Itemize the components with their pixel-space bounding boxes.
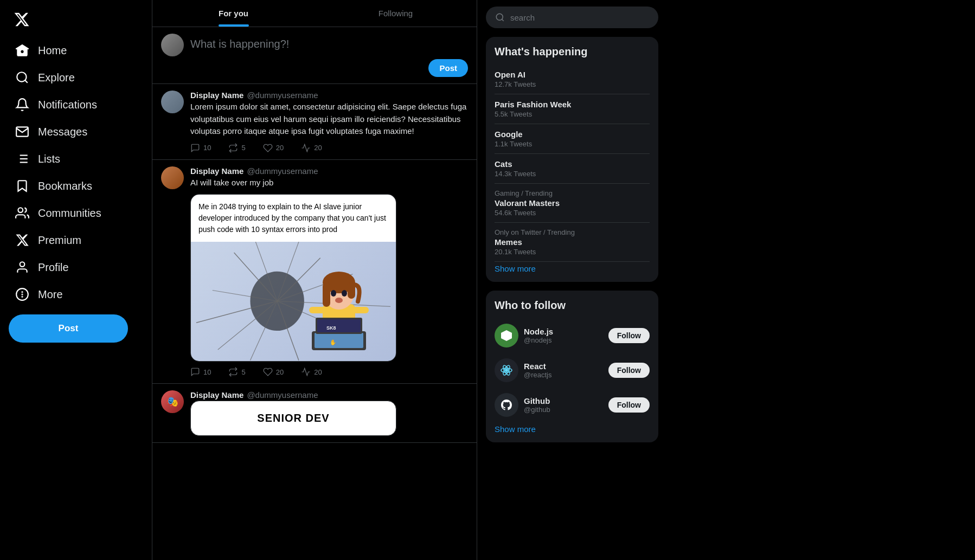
who-to-follow-show-more[interactable]: Show more — [495, 424, 650, 434]
trend-open-ai[interactable]: Open AI 12.7k Tweets — [495, 65, 650, 94]
tweet-3-image-text: SENIOR DEV — [202, 412, 385, 424]
tweet-2-image-visual: SK8 ✋ — [191, 242, 396, 361]
list-icon — [15, 152, 29, 166]
tweet-3-name: Display Name — [190, 390, 243, 400]
tweet-2-views[interactable]: 20 — [301, 367, 322, 377]
sidebar-item-premium[interactable]: Premium — [7, 227, 145, 254]
follow-github: Github @github Follow — [495, 388, 650, 422]
explore-icon — [15, 70, 29, 85]
sidebar-item-profile[interactable]: Profile — [7, 254, 145, 281]
who-to-follow-widget: Who to follow Node.js @nodejs Follow Rea… — [486, 291, 658, 442]
tweet-1-retweet[interactable]: 5 — [228, 143, 245, 153]
follow-github-name: Github — [524, 396, 603, 405]
tweet-2-image-text: Me in 2048 trying to explain to the AI s… — [191, 195, 396, 242]
premium-twitter-icon — [15, 233, 29, 247]
svg-point-46 — [496, 14, 503, 20]
bell-icon — [15, 98, 29, 112]
search-input[interactable] — [510, 13, 649, 22]
more-icon — [15, 287, 29, 301]
tweet-1-handle: @dummyusername — [247, 91, 318, 100]
sidebar-item-lists-label: Lists — [38, 153, 60, 165]
follow-nodejs-button[interactable]: Follow — [608, 328, 650, 343]
twitter-logo[interactable] — [9, 7, 35, 33]
tweet-1-name: Display Name — [190, 91, 243, 100]
tweet-1[interactable]: Display Name @dummyusername Lorem ipsum … — [152, 84, 477, 160]
tweet-1-like-count: 20 — [276, 144, 284, 152]
tweet-2-comment[interactable]: 10 — [190, 367, 211, 377]
svg-point-11 — [22, 292, 22, 292]
trend-google-count: 1.1k Tweets — [495, 140, 650, 148]
tweet-2-like[interactable]: 20 — [263, 367, 284, 377]
compose-placeholder[interactable]: What is happening?! — [190, 34, 468, 55]
tweet-2[interactable]: Display Name @dummyusername AI will take… — [152, 160, 477, 384]
sidebar-item-home-label: Home — [38, 44, 67, 57]
who-to-follow-title: Who to follow — [495, 299, 650, 312]
svg-point-35 — [331, 290, 336, 297]
sidebar-item-explore[interactable]: Explore — [7, 64, 145, 91]
trend-valorant-name: Valorant Masters — [495, 198, 650, 208]
svg-point-8 — [18, 208, 23, 213]
trend-valorant[interactable]: Gaming / Trending Valorant Masters 54.6k… — [495, 184, 650, 223]
svg-rect-39 — [352, 307, 369, 313]
trend-paris-fashion-count: 5.5k Tweets — [495, 110, 650, 118]
tweet-1-comment-count: 10 — [203, 144, 211, 152]
search-icon — [495, 12, 505, 22]
follow-react-name: React — [524, 362, 603, 371]
whats-happening-show-more[interactable]: Show more — [495, 264, 650, 273]
tweet-3-avatar: 🎭 — [161, 390, 184, 413]
trend-valorant-count: 54.6k Tweets — [495, 209, 650, 217]
follow-react-button[interactable]: Follow — [608, 363, 650, 378]
svg-rect-43 — [317, 319, 361, 332]
sidebar-item-profile-label: Profile — [38, 261, 69, 274]
sidebar-item-messages[interactable]: Messages — [7, 118, 145, 145]
tweet-2-image: Me in 2048 trying to explain to the AI s… — [190, 194, 396, 362]
tweet-3[interactable]: 🎭 Display Name @dummyusername SENIOR DEV — [152, 384, 477, 443]
follow-github-button[interactable]: Follow — [608, 397, 650, 413]
sidebar-item-bookmarks-label: Bookmarks — [38, 180, 92, 192]
tweet-1-views[interactable]: 20 — [301, 143, 322, 153]
follow-nodejs-name: Node.js — [524, 327, 603, 336]
trend-memes-count: 20.1k Tweets — [495, 248, 650, 256]
trend-open-ai-count: 12.7k Tweets — [495, 80, 650, 88]
tweet-1-comment[interactable]: 10 — [190, 143, 211, 153]
compose-post-button[interactable]: Post — [428, 59, 468, 77]
tweet-2-name: Display Name — [190, 166, 243, 176]
sidebar-item-lists[interactable]: Lists — [7, 145, 145, 172]
sidebar-item-home[interactable]: Home — [7, 37, 145, 64]
sidebar-item-messages-label: Messages — [38, 126, 87, 138]
follow-react-handle: @reactjs — [524, 371, 603, 379]
tweet-2-text: AI will take over my job — [190, 177, 468, 189]
tweet-3-image: SENIOR DEV — [190, 401, 396, 436]
tweet-1-avatar — [161, 91, 184, 113]
trend-memes[interactable]: Only on Twitter / Trending Memes 20.1k T… — [495, 223, 650, 262]
mail-icon — [15, 125, 29, 139]
tweet-2-retweet-count: 5 — [241, 368, 245, 376]
tweet-1-like[interactable]: 20 — [263, 143, 284, 153]
post-button[interactable]: Post — [9, 314, 128, 343]
sidebar-item-notifications[interactable]: Notifications — [7, 91, 145, 118]
follow-github-handle: @github — [524, 405, 603, 414]
communities-icon — [15, 206, 29, 220]
trend-cats[interactable]: Cats 14.3k Tweets — [495, 154, 650, 184]
tweet-2-like-count: 20 — [276, 368, 284, 376]
svg-rect-38 — [309, 307, 325, 313]
sidebar-item-communities[interactable]: Communities — [7, 199, 145, 227]
tab-following[interactable]: Following — [315, 0, 477, 27]
home-icon — [15, 43, 29, 57]
trend-open-ai-name: Open AI — [495, 70, 650, 79]
svg-line-47 — [502, 19, 503, 21]
left-sidebar: Home Explore Notifications Messages — [0, 0, 152, 560]
right-sidebar: What's happening Open AI 12.7k Tweets Pa… — [477, 0, 667, 560]
trend-paris-fashion[interactable]: Paris Fashion Week 5.5k Tweets — [495, 94, 650, 124]
follow-nodejs-handle: @nodejs — [524, 336, 603, 344]
trend-google[interactable]: Google 1.1k Tweets — [495, 124, 650, 154]
follow-react: React @reactjs Follow — [495, 353, 650, 388]
sidebar-item-more[interactable]: More — [7, 281, 145, 308]
sidebar-item-bookmarks[interactable]: Bookmarks — [7, 172, 145, 199]
trend-cats-name: Cats — [495, 159, 650, 169]
main-feed: For you Following What is happening?! Po… — [152, 0, 477, 560]
tab-for-you[interactable]: For you — [152, 0, 315, 27]
svg-point-49 — [505, 369, 508, 372]
tweet-2-retweet[interactable]: 5 — [228, 367, 245, 377]
svg-marker-48 — [501, 330, 512, 341]
